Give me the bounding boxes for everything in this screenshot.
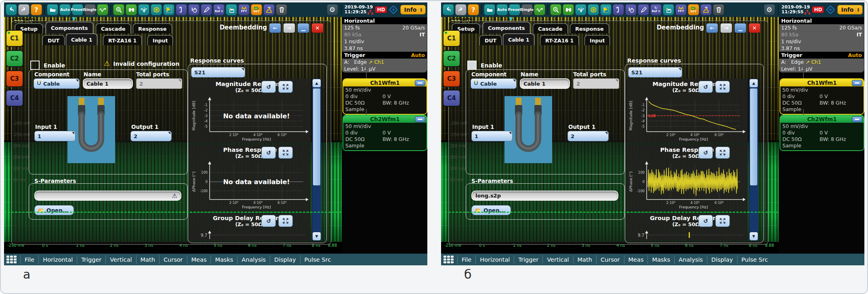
menu-pulsesrc[interactable]: Pulse Src xyxy=(737,255,772,264)
spectrum-icon[interactable]: FFT xyxy=(688,4,699,15)
open-file-button[interactable]: 📂Open... xyxy=(34,205,74,215)
delete-icon[interactable] xyxy=(713,4,724,15)
info-button[interactable]: Info▲▼ xyxy=(837,5,863,15)
menu-cursor[interactable]: Cursor xyxy=(159,255,187,264)
redo-button[interactable] xyxy=(455,4,467,15)
reset-zoom-button[interactable]: ↺ xyxy=(261,81,276,93)
menu-pulsesrc[interactable]: Pulse Src xyxy=(300,255,335,264)
menu-masks[interactable]: Masks xyxy=(210,255,237,264)
annotation-icon[interactable] xyxy=(638,4,649,15)
signal-gen-icon[interactable] xyxy=(97,4,108,15)
scroll-down-icon[interactable]: ▼ xyxy=(750,232,758,240)
close-button[interactable]: ✕ xyxy=(748,23,761,33)
menu-horizontal[interactable]: Horizontal xyxy=(475,255,514,264)
menu-vertical[interactable]: Vertical xyxy=(105,255,136,264)
menu-meas[interactable]: Meas xyxy=(187,255,211,264)
menu-math[interactable]: Math xyxy=(573,255,596,264)
mask-test-icon[interactable] xyxy=(588,4,599,15)
measure-icon[interactable] xyxy=(613,4,624,15)
ch1wfm1-panel[interactable]: Ch1Wfm1 50 mV/div 0 div0 V DC 50ΩBW: 8 G… xyxy=(780,78,864,115)
nav-forward-button[interactable]: → xyxy=(720,23,732,33)
ch2wfm1-panel[interactable]: Ch2Wfm1 50 mV/div 0 div0 V DC 50ΩBW: 8 G… xyxy=(343,115,427,151)
mask-test-icon[interactable] xyxy=(151,4,162,15)
minimize-icon[interactable] xyxy=(852,116,862,122)
sparam-select[interactable]: S21◥ xyxy=(191,67,245,78)
apps-grid-icon[interactable] xyxy=(443,256,454,263)
fft-icon[interactable]: FFT xyxy=(675,4,687,15)
name-field[interactable]: Cable 1 xyxy=(520,78,570,89)
zoom-icon[interactable] xyxy=(113,4,124,15)
channel-button-c1[interactable]: C1 xyxy=(443,30,460,47)
zone-trigger-icon[interactable] xyxy=(163,4,174,15)
horizontal-panel[interactable]: Horizontal 125 fs20 GSa/s 80 kSaIT 1 ns/… xyxy=(779,17,864,73)
channel-button-c1[interactable]: C1 xyxy=(6,30,23,47)
tab-cascade[interactable]: Cascade xyxy=(96,23,131,34)
menu-math[interactable]: Math xyxy=(136,255,159,264)
search-icon[interactable] xyxy=(563,4,574,15)
channel-button-c2[interactable]: C2 xyxy=(6,50,23,67)
channel-button-c2[interactable]: C2 xyxy=(443,50,460,67)
menu-file[interactable]: File xyxy=(20,255,38,264)
cursor-icon[interactable] xyxy=(138,4,149,15)
horizontal-panel[interactable]: Horizontal 125 fs20 GSa/s 80 kSaIT 1 ns/… xyxy=(342,17,427,73)
apps-grid-icon[interactable] xyxy=(6,256,17,263)
close-button[interactable]: ✕ xyxy=(311,23,324,33)
channel-button-c4[interactable]: C4 xyxy=(6,90,23,107)
expand-button[interactable] xyxy=(278,215,293,227)
menu-display[interactable]: Display xyxy=(270,255,300,264)
measure-icon[interactable] xyxy=(176,4,187,15)
quick-meas-icon[interactable]: 1 xyxy=(188,4,200,15)
expand-button[interactable] xyxy=(715,215,730,227)
reset-zoom-button[interactable]: ↺ xyxy=(698,147,713,159)
scroll-up-icon[interactable]: ▲ xyxy=(750,79,758,87)
info-button[interactable]: Info▲▼ xyxy=(400,5,426,15)
open-file-icon[interactable] xyxy=(47,4,58,15)
reset-zoom-button[interactable]: ↺ xyxy=(261,147,276,159)
channel-button-c4[interactable]: C4 xyxy=(443,90,460,107)
sparams-file-field[interactable]: long.s2p ⚠ xyxy=(471,191,618,201)
reset-zoom-button[interactable]: ↺ xyxy=(698,81,713,93)
autoset-button[interactable]: Auto xyxy=(59,4,71,15)
preset-button[interactable]: Preset xyxy=(509,4,520,15)
cursor-icon[interactable] xyxy=(575,4,586,15)
enable-checkbox[interactable] xyxy=(30,61,40,70)
annotation-icon[interactable] xyxy=(201,4,212,15)
sparams-file-field[interactable]: ⚠ xyxy=(34,191,181,201)
open-file-icon[interactable] xyxy=(484,4,495,15)
tab-dut[interactable]: DUT xyxy=(479,35,502,45)
ref-waveform-icon[interactable]: ↻Ref 1 xyxy=(650,4,662,15)
expand-button[interactable] xyxy=(715,81,730,93)
tab-cable1[interactable]: Cable 1 xyxy=(503,34,534,45)
fft-icon[interactable]: FFT xyxy=(238,4,250,15)
menu-meas[interactable]: Meas xyxy=(624,255,648,264)
component-select[interactable]: Cable◥ xyxy=(471,78,517,89)
tab-components[interactable]: Components xyxy=(46,22,93,34)
minimize-button[interactable]: ▁ xyxy=(297,23,309,33)
menu-file[interactable]: File xyxy=(457,255,475,264)
expand-button[interactable] xyxy=(715,147,730,159)
minimize-button[interactable]: ▁ xyxy=(734,23,746,33)
input-select[interactable]: 1◥ xyxy=(34,131,76,141)
scrollbar[interactable]: ▲ ▼ xyxy=(749,79,758,241)
scrollbar-thumb[interactable] xyxy=(750,88,757,185)
zone-trigger-icon[interactable] xyxy=(600,4,612,15)
menu-horizontal[interactable]: Horizontal xyxy=(38,255,77,264)
tab-dut[interactable]: DUT xyxy=(42,35,65,45)
component-select[interactable]: Cable◥ xyxy=(34,78,80,89)
tab-input[interactable]: Input xyxy=(584,35,610,45)
menu-display[interactable]: Display xyxy=(707,255,737,264)
output-select[interactable]: 2◥ xyxy=(567,131,609,141)
input-select[interactable]: 1◥ xyxy=(471,131,513,141)
help-icon[interactable]: ? xyxy=(468,4,479,15)
search-icon[interactable] xyxy=(126,4,137,15)
tab-cable1[interactable]: Cable 1 xyxy=(66,34,97,45)
autoset-button[interactable]: Auto xyxy=(496,4,508,15)
ref-waveform-icon[interactable]: ↻Ref 1 xyxy=(213,4,225,15)
scroll-down-icon[interactable]: ▼ xyxy=(313,232,321,240)
zoom-icon[interactable] xyxy=(550,4,561,15)
info-spinner-icon[interactable]: ▲▼ xyxy=(418,7,422,12)
minimize-icon[interactable] xyxy=(415,116,425,122)
minimize-icon[interactable] xyxy=(852,80,862,86)
settings-gear-icon[interactable]: ⚙ xyxy=(327,4,338,15)
menu-trigger[interactable]: Trigger xyxy=(77,255,105,264)
